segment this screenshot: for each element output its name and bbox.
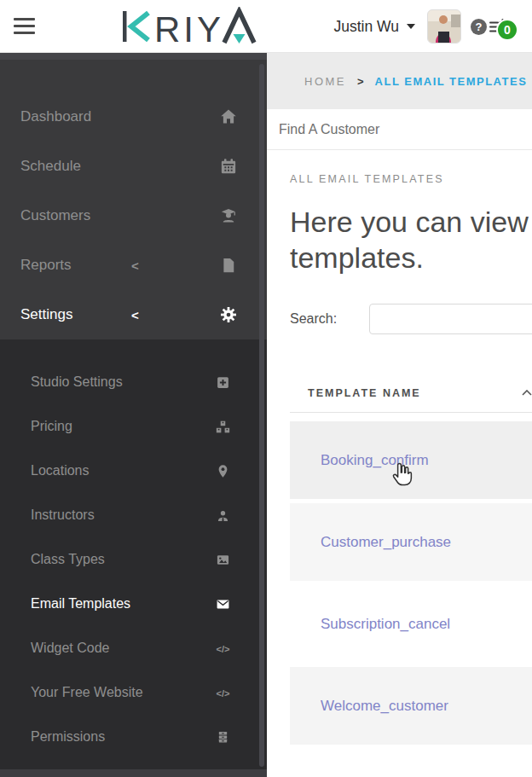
sidebar-item-label: Settings — [20, 306, 131, 323]
brand-logo[interactable]: KRIYA RIY — [123, 7, 259, 49]
chevron-left-icon: < — [131, 258, 148, 273]
template-table-body: Booking_confirmCustomer_purchaseSubscrip… — [290, 421, 532, 745]
customers-icon — [220, 207, 237, 224]
instructor-icon — [216, 508, 230, 523]
gear-icon — [220, 306, 237, 323]
template-row-booking-confirm[interactable]: Booking_confirm — [290, 421, 532, 499]
sidebar-nav: DashboardScheduleCustomersReports<Settin… — [0, 60, 267, 339]
submenu-item-class-types[interactable]: Class Types — [0, 537, 267, 582]
search-label: Search: — [290, 311, 369, 327]
template-name-link[interactable]: Booking_confirm — [321, 452, 429, 469]
submenu-item-instructors[interactable]: Instructors — [0, 493, 267, 537]
plus-square-icon — [216, 375, 230, 390]
sort-ascending-icon[interactable] — [522, 384, 532, 399]
map-pin-icon — [216, 464, 230, 478]
sidebar-item-label: Reports — [20, 257, 131, 274]
image-icon — [216, 553, 230, 567]
template-name-link[interactable]: Welcome_customer — [321, 698, 448, 715]
search-input[interactable] — [369, 304, 532, 334]
calendar-icon — [220, 158, 237, 175]
submenu-item-your-free-website[interactable]: Your Free Website</> — [0, 670, 267, 715]
template-row-welcome-customer[interactable]: Welcome_customer — [290, 667, 532, 745]
pricing-icon — [216, 420, 230, 434]
sidebar-item-settings[interactable]: Settings< — [0, 290, 267, 339]
code-icon: </> — [216, 641, 230, 656]
settings-submenu: Studio SettingsPricingLocationsInstructo… — [0, 339, 267, 769]
help-icon[interactable]: ? — [471, 19, 487, 35]
code-icon: </> — [216, 686, 230, 700]
topbar-user-area: Justin Wu ? 0 — [333, 0, 518, 53]
sidebar-item-reports[interactable]: Reports< — [0, 241, 267, 290]
sidebar-item-label: Customers — [20, 207, 131, 224]
page-content: ALL EMAIL TEMPLATES Here you can view te… — [267, 150, 532, 745]
chevron-left-icon: < — [131, 308, 148, 322]
submenu-item-widget-code[interactable]: Widget Code</> — [0, 626, 267, 670]
template-name-link[interactable]: Subscription_cancel — [321, 616, 450, 633]
submenu-item-studio-settings[interactable]: Studio Settings — [0, 360, 267, 404]
template-row-subscription-cancel[interactable]: Subscription_cancel — [290, 585, 532, 663]
sidebar-top-strip — [0, 53, 267, 60]
page-title: Here you can view templates. — [290, 204, 532, 275]
svg-text:</>: </> — [216, 687, 230, 698]
submenu-item-label: Email Templates — [31, 596, 130, 612]
main-content: HOME > ALL EMAIL TEMPLATES Find A Custom… — [267, 53, 532, 777]
permissions-icon — [216, 730, 230, 745]
hamburger-menu-icon[interactable] — [14, 18, 35, 34]
sidebar-scrollbar[interactable] — [259, 64, 264, 767]
template-row-customer-purchase[interactable]: Customer_purchase — [290, 503, 532, 581]
template-name-link[interactable]: Customer_purchase — [321, 534, 451, 551]
breadcrumb-current: ALL EMAIL TEMPLATES — [375, 75, 528, 88]
caret-down-icon — [407, 24, 415, 29]
topbar: KRIYA RIY Justin Wu ? — [0, 0, 532, 53]
submenu-item-locations[interactable]: Locations — [0, 449, 267, 493]
svg-text:</>: </> — [216, 643, 230, 653]
find-customer-input[interactable]: Find A Customer — [267, 109, 532, 150]
submenu-item-label: Class Types — [31, 552, 105, 567]
avatar[interactable] — [427, 9, 461, 43]
search-row: Search: — [290, 304, 532, 334]
breadcrumb-separator-icon: > — [357, 75, 364, 88]
table-header: TEMPLATE NAME — [290, 374, 532, 413]
sidebar-item-schedule[interactable]: Schedule — [0, 142, 267, 191]
user-menu[interactable]: Justin Wu — [333, 18, 399, 36]
breadcrumb: HOME > ALL EMAIL TEMPLATES — [267, 53, 532, 109]
submenu-item-permissions[interactable]: Permissions — [0, 715, 267, 759]
envelope-icon — [216, 597, 230, 612]
submenu-item-label: Pricing — [31, 419, 72, 434]
home-icon — [220, 108, 237, 125]
submenu-item-label: Widget Code — [31, 641, 110, 656]
submenu-item-label: Permissions — [31, 729, 105, 745]
submenu-item-label: Studio Settings — [31, 374, 123, 390]
sidebar-item-label: Schedule — [20, 158, 131, 175]
document-icon — [220, 257, 237, 274]
sidebar: DashboardScheduleCustomersReports<Settin… — [0, 53, 267, 777]
sidebar-item-label: Dashboard — [20, 108, 131, 125]
column-header-template-name[interactable]: TEMPLATE NAME — [308, 387, 421, 399]
sidebar-bottom-strip — [0, 769, 267, 777]
svg-text:RIY: RIY — [154, 9, 224, 46]
submenu-item-label: Your Free Website — [31, 685, 143, 700]
sidebar-item-dashboard[interactable]: Dashboard — [0, 92, 267, 142]
submenu-item-pricing[interactable]: Pricing — [0, 404, 267, 449]
sidebar-item-customers[interactable]: Customers — [0, 191, 267, 241]
breadcrumb-home-link[interactable]: HOME — [304, 75, 346, 88]
submenu-item-label: Locations — [31, 463, 90, 478]
submenu-item-email-templates[interactable]: Email Templates — [0, 582, 267, 626]
submenu-item-label: Instructors — [31, 507, 95, 523]
section-label: ALL EMAIL TEMPLATES — [290, 173, 532, 185]
notification-badge: 0 — [496, 19, 518, 41]
